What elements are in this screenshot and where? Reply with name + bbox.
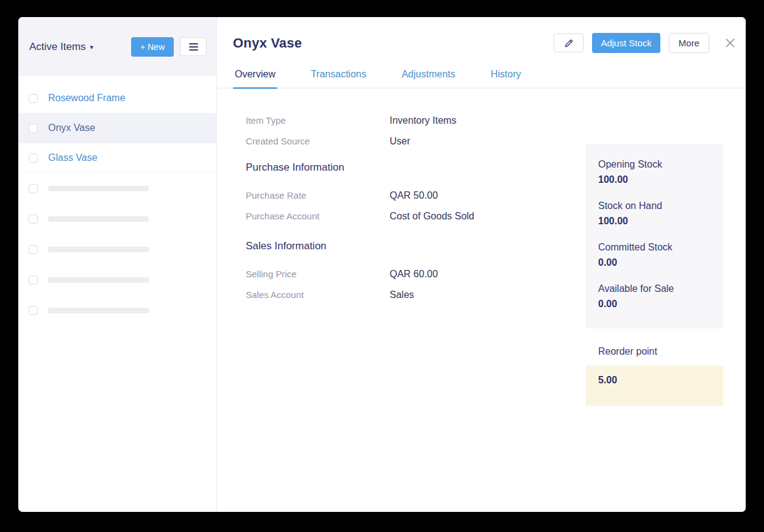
caret-down-icon: ▾ [90, 43, 94, 51]
item-list: Rosewood Frame Onyx Vase Glass Vase [18, 83, 216, 325]
app-window: Active Items ▾ + New Rosewood Frame Onyx… [18, 17, 746, 512]
items-sidebar: Active Items ▾ + New Rosewood Frame Onyx… [18, 17, 217, 512]
stat-available-for-sale: Available for Sale 0.00 [598, 283, 711, 310]
stat-label: Available for Sale [598, 283, 711, 294]
skeleton-placeholder [48, 308, 149, 313]
stock-summary: Opening Stock 100.00 Stock on Hand 100.0… [586, 144, 723, 406]
tab-overview[interactable]: Overview [233, 63, 277, 88]
stat-committed-stock: Committed Stock 0.00 [598, 242, 711, 268]
field-purchase-account: Purchase Account Cost of Goods Sold [246, 211, 474, 222]
stock-panel: Opening Stock 100.00 Stock on Hand 100.0… [586, 144, 723, 328]
reorder-point-value: 5.00 [598, 375, 711, 386]
item-label[interactable]: Onyx Vase [48, 122, 95, 133]
field-label: Created Source [246, 136, 390, 147]
field-selling-price: Selling Price QAR 60.00 [246, 269, 474, 280]
reorder-point-label: Reorder point [586, 346, 723, 357]
item-label[interactable]: Rosewood Frame [48, 93, 125, 104]
skeleton-placeholder [48, 277, 149, 283]
close-icon[interactable] [725, 38, 735, 48]
hamburger-icon [189, 43, 198, 51]
stat-label: Committed Stock [598, 242, 711, 253]
tab-adjustments[interactable]: Adjustments [400, 63, 457, 88]
active-items-filter-dropdown[interactable]: Active Items ▾ [29, 41, 93, 53]
item-label[interactable]: Glass Vase [48, 152, 98, 163]
more-button[interactable]: More [669, 33, 709, 53]
stat-value: 0.00 [598, 299, 711, 310]
item-checkbox[interactable] [29, 306, 38, 315]
header-actions: Adjust Stock More [554, 33, 735, 53]
field-purchase-rate: Purchase Rate QAR 50.00 [246, 190, 474, 201]
item-checkbox[interactable] [29, 124, 38, 133]
skeleton-placeholder [48, 247, 149, 252]
skeleton-row [18, 173, 216, 204]
field-label: Purchase Account [246, 211, 390, 222]
item-fields: Item Type Inventory Items Created Source… [217, 88, 474, 310]
stat-label: Stock on Hand [598, 200, 711, 211]
detail-tabs: Overview Transactions Adjustments Histor… [217, 63, 746, 88]
item-row-glass-vase[interactable]: Glass Vase [18, 143, 216, 173]
item-detail-panel: Onyx Vase Adjust Stock More [217, 17, 746, 512]
item-row-onyx-vase[interactable]: Onyx Vase [18, 113, 216, 143]
item-row-rosewood-frame[interactable]: Rosewood Frame [18, 83, 216, 113]
item-checkbox[interactable] [29, 154, 38, 163]
sales-information-heading: Sales Information [246, 240, 474, 252]
stat-opening-stock: Opening Stock 100.00 [598, 159, 711, 185]
skeleton-row [18, 204, 216, 234]
edit-button[interactable] [554, 34, 584, 52]
skeleton-row [18, 234, 216, 264]
list-menu-button[interactable] [180, 37, 207, 56]
field-value: Cost of Goods Sold [390, 211, 474, 222]
pencil-icon [564, 38, 574, 48]
filter-label: Active Items [29, 41, 86, 53]
tab-history[interactable]: History [489, 63, 523, 88]
skeleton-placeholder [48, 186, 149, 191]
field-value: Sales [390, 289, 414, 300]
field-sales-account: Sales Account Sales [246, 289, 474, 300]
new-item-button[interactable]: + New [131, 37, 174, 57]
item-checkbox[interactable] [29, 275, 38, 285]
item-checkbox[interactable] [29, 94, 38, 103]
field-label: Item Type [246, 115, 390, 126]
reorder-point-box: 5.00 [586, 366, 723, 406]
field-label: Selling Price [246, 269, 390, 280]
field-value: Inventory Items [390, 115, 456, 126]
stat-value: 0.00 [598, 257, 711, 268]
detail-header: Onyx Vase Adjust Stock More [217, 17, 746, 53]
field-value: User [390, 136, 410, 147]
skeleton-row [18, 264, 216, 295]
item-checkbox[interactable] [29, 245, 38, 254]
field-value: QAR 50.00 [390, 190, 438, 201]
stat-stock-on-hand: Stock on Hand 100.00 [598, 200, 711, 227]
tab-transactions[interactable]: Transactions [309, 63, 368, 88]
overview-content: Item Type Inventory Items Created Source… [217, 88, 746, 512]
field-label: Purchase Rate [246, 190, 390, 201]
sidebar-header: Active Items ▾ + New [18, 17, 216, 76]
stat-value: 100.00 [598, 216, 711, 227]
stat-value: 100.00 [598, 174, 711, 185]
page-title: Onyx Vase [233, 35, 302, 51]
purchase-information-heading: Purchase Information [246, 161, 474, 174]
adjust-stock-button[interactable]: Adjust Stock [592, 33, 660, 53]
field-created-source: Created Source User [246, 136, 474, 147]
field-value: QAR 60.00 [390, 269, 438, 280]
stat-label: Opening Stock [598, 159, 711, 170]
field-label: Sales Account [246, 289, 390, 300]
field-item-type: Item Type Inventory Items [246, 115, 474, 126]
skeleton-row [18, 295, 216, 325]
skeleton-placeholder [48, 216, 149, 222]
item-checkbox[interactable] [29, 215, 38, 224]
item-checkbox[interactable] [29, 184, 38, 193]
